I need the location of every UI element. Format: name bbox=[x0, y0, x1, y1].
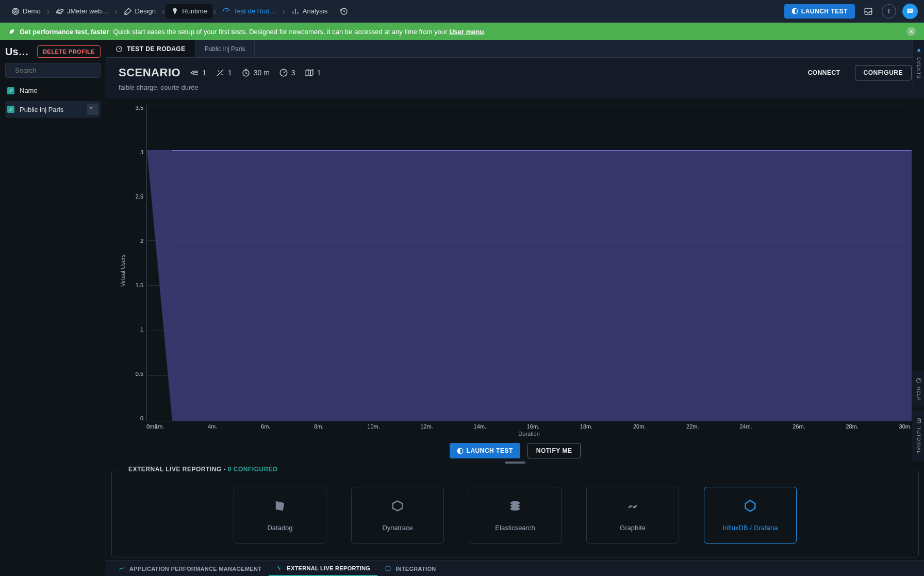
btab-integration[interactable]: INTEGRATION bbox=[377, 561, 443, 576]
dynatrace-icon bbox=[390, 499, 405, 517]
external-reporting-section: EXTERNAL LIVE REPORTING - 0 CONFIGURED D… bbox=[111, 470, 919, 557]
chevron-right-icon: › bbox=[282, 7, 285, 16]
card-graphite[interactable]: Graphite bbox=[586, 487, 679, 544]
notify-me-button[interactable]: NOTIFY ME bbox=[527, 443, 581, 458]
script-icon bbox=[216, 68, 225, 77]
crumb-demo[interactable]: Demo bbox=[6, 4, 46, 19]
rail-tutorial[interactable]: TUTORIAL bbox=[913, 410, 924, 462]
launch-test-button[interactable]: LAUNCH TEST bbox=[784, 4, 855, 19]
ytick: 1 bbox=[140, 326, 143, 333]
target-icon bbox=[11, 7, 20, 15]
svg-point-6 bbox=[909, 10, 910, 11]
card-datadog[interactable]: Datadog bbox=[234, 487, 326, 544]
ytick: 0.5 bbox=[136, 371, 143, 377]
main-layout: Us… DELETE PROFILE ✓ Name ✓ Public inj P… bbox=[0, 40, 924, 576]
xtick: 30m. bbox=[899, 423, 912, 430]
xtick: 20m. bbox=[633, 423, 686, 430]
help-icon bbox=[916, 377, 922, 384]
crumb-test[interactable]: Test de Rod… bbox=[217, 4, 281, 19]
scenario-subtitle: faible charge, courte durée bbox=[119, 84, 912, 91]
expand-button[interactable] bbox=[87, 104, 98, 115]
connect-button[interactable]: CONNECT bbox=[800, 65, 849, 80]
crumb-label: JMeter web… bbox=[67, 7, 108, 15]
map-icon bbox=[305, 68, 314, 77]
plot-area[interactable] bbox=[146, 105, 912, 421]
search-box[interactable] bbox=[5, 63, 101, 78]
chat-button[interactable] bbox=[902, 4, 918, 19]
profile-item-name[interactable]: ✓ Name bbox=[5, 84, 101, 97]
checkbox-icon[interactable]: ✓ bbox=[7, 106, 14, 113]
elasticsearch-icon bbox=[508, 499, 522, 517]
inbox-button[interactable] bbox=[861, 4, 876, 19]
configure-button[interactable]: CONFIGURE bbox=[855, 65, 912, 80]
card-dynatrace[interactable]: Dynatrace bbox=[351, 487, 444, 544]
profile-list: ✓ Name ✓ Public inj Paris bbox=[5, 84, 101, 118]
rail-label: EVENTS bbox=[916, 57, 921, 79]
card-elasticsearch[interactable]: Elasticsearch bbox=[469, 487, 562, 544]
crumb-label: Demo bbox=[23, 7, 41, 15]
profile-label: Public inj Paris bbox=[20, 106, 63, 113]
svg-point-4 bbox=[56, 9, 63, 13]
expand-icon bbox=[90, 106, 96, 112]
xtick: 2m. bbox=[155, 423, 208, 430]
user-avatar[interactable]: T bbox=[882, 4, 896, 19]
profile-item-paris[interactable]: ✓ Public inj Paris bbox=[5, 101, 101, 118]
content: TEST DE RODAGE Public inj Paris SCENARIO… bbox=[106, 40, 924, 576]
crumb-project[interactable]: JMeter web… bbox=[51, 4, 113, 19]
search-input[interactable] bbox=[15, 67, 102, 74]
xtick: 14m. bbox=[474, 423, 527, 430]
ext-title-count: 0 CONFIGURED bbox=[228, 466, 278, 473]
banner-link[interactable]: User menu bbox=[449, 28, 484, 36]
close-icon: ✕ bbox=[909, 28, 914, 35]
panel-drag-handle[interactable] bbox=[505, 462, 525, 464]
gauge-icon bbox=[222, 7, 230, 15]
svg-point-8 bbox=[911, 10, 912, 11]
tab-test-de-rodage[interactable]: TEST DE RODAGE bbox=[106, 40, 195, 57]
metric-value: 1 bbox=[202, 69, 206, 77]
xtick: 6m. bbox=[261, 423, 314, 430]
inbox-icon bbox=[864, 7, 873, 16]
ytick: 2 bbox=[140, 238, 143, 244]
bell-icon bbox=[916, 48, 922, 54]
checkbox-icon[interactable]: ✓ bbox=[7, 87, 14, 94]
svg-point-16 bbox=[510, 507, 520, 511]
btab-external[interactable]: EXTERNAL LIVE REPORTING bbox=[269, 561, 377, 576]
rocket-icon bbox=[171, 7, 179, 15]
crumb-design[interactable]: Design bbox=[119, 4, 161, 19]
btab-label: INTEGRATION bbox=[395, 566, 436, 572]
metric-groups: 1 bbox=[190, 68, 206, 77]
metric-scripts: 1 bbox=[216, 68, 232, 77]
xtick: 28m. bbox=[846, 423, 899, 430]
banner-headline: Get performance test, faster bbox=[20, 28, 109, 36]
chart-wrap: Virtual Users 3.5 3 2.5 2 1.5 1 0.5 0 bbox=[119, 105, 912, 437]
banner-body: Quick start eases the setup of your firs… bbox=[113, 28, 486, 36]
metric-value: 1 bbox=[228, 69, 232, 77]
card-influxdb[interactable]: InfluxDB / Grafana bbox=[704, 487, 797, 544]
rail-events[interactable]: EVENTS bbox=[913, 40, 924, 87]
tab-label: Public inj Paris bbox=[205, 45, 245, 53]
sidebar-title: Us… bbox=[5, 46, 29, 58]
tab-public-inj[interactable]: Public inj Paris bbox=[195, 40, 255, 57]
chart-ramp bbox=[147, 150, 172, 421]
y-ticks: 3.5 3 2.5 2 1.5 1 0.5 0 bbox=[127, 105, 146, 421]
group-icon bbox=[190, 68, 199, 77]
xtick: 18m. bbox=[580, 423, 633, 430]
crumb-runtime[interactable]: Runtime bbox=[166, 4, 212, 19]
avatar-letter: T bbox=[887, 7, 891, 15]
half-circle-icon bbox=[791, 8, 798, 14]
history-button[interactable] bbox=[335, 4, 353, 19]
btab-label: APPLICATION PERFORMANCE MANAGEMENT bbox=[129, 566, 261, 572]
crumb-label: Analysis bbox=[303, 7, 327, 15]
gauge-icon bbox=[279, 68, 288, 77]
crumb-label: Test de Rod… bbox=[234, 7, 276, 15]
x-ticks: 0ms. 2m. 4m. 6m. 8m. 10m. 12m. 14m. 16m.… bbox=[146, 421, 912, 430]
banner-close-button[interactable]: ✕ bbox=[906, 27, 916, 36]
delete-profile-button[interactable]: DELETE PROFILE bbox=[37, 45, 101, 58]
card-label: Dynatrace bbox=[382, 524, 412, 532]
crumb-analysis[interactable]: Analysis bbox=[286, 4, 333, 19]
btab-apm[interactable]: APPLICATION PERFORMANCE MANAGEMENT bbox=[111, 561, 269, 576]
book-icon bbox=[916, 418, 922, 424]
launch-test-button-main[interactable]: LAUNCH TEST bbox=[450, 443, 520, 458]
topbar-actions: LAUNCH TEST T bbox=[784, 4, 918, 19]
rail-help[interactable]: HELP bbox=[913, 371, 924, 407]
